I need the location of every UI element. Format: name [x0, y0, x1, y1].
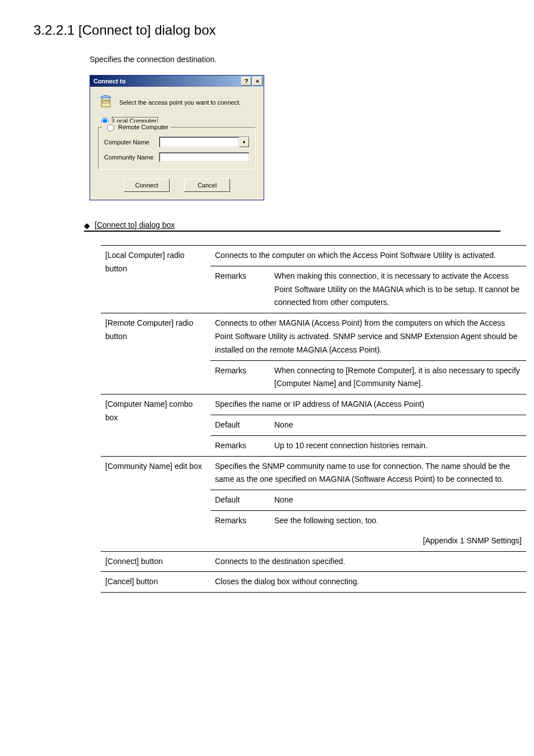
community-name-label: Community Name	[104, 154, 156, 161]
community-name-desc: Specifies the SNMP community name to use…	[210, 456, 526, 490]
remote-computer-label: Remote Computer	[118, 124, 168, 130]
dialog-titlebar: Connect to ? ×	[90, 76, 264, 87]
computer-name-name: [Computer Name] combo box	[101, 395, 210, 456]
computer-name-label: Computer Name	[104, 139, 156, 145]
remote-remarks-label: Remarks	[210, 360, 270, 395]
community-name-name: [Community Name] edit box	[101, 456, 210, 551]
connect-btn-desc: Connects to the destination specified.	[210, 551, 526, 572]
dialog-title: Connect to	[93, 78, 125, 84]
computer-name-default-val: None	[270, 415, 526, 435]
cancel-btn-desc: Closes the dialog box without connecting…	[210, 572, 526, 593]
computer-name-default-label: Default	[210, 415, 270, 435]
computer-name-row: Computer Name ▼	[104, 137, 250, 148]
local-name: [Local Computer] radio button	[101, 246, 210, 313]
remote-computer-radio[interactable]	[107, 124, 114, 132]
intro-text: Specifies the connection destination.	[90, 55, 500, 64]
local-remarks: When making this connection, it is neces…	[270, 266, 526, 313]
cancel-btn-name: [Cancel] button	[101, 572, 210, 593]
community-name-default-label: Default	[210, 490, 270, 511]
description-table: [Local Computer] radio button Connects t…	[101, 245, 526, 593]
access-point-icon	[98, 95, 114, 110]
titlebar-controls: ? ×	[241, 77, 263, 86]
computer-name-remarks: Up to 10 recent connection histories rem…	[270, 435, 526, 456]
page-heading: 3.2.2.1 [Connect to] dialog box	[34, 22, 500, 38]
community-name-xref: [Appendix 1 SNMP Settings]	[270, 531, 526, 551]
community-name-remarks-label: Remarks	[210, 510, 270, 530]
local-remarks-label: Remarks	[210, 266, 270, 313]
help-button[interactable]: ?	[241, 77, 251, 86]
prompt-row: Select the access point you want to conn…	[98, 95, 256, 110]
community-name-row: Community Name	[104, 152, 250, 162]
community-name-input[interactable]	[159, 152, 250, 162]
connect-btn-name: [Connect] button	[101, 551, 210, 572]
diamond-bullet-icon: ◆	[84, 222, 90, 229]
remote-desc: Connects to other MAGNIA (Access Point) …	[210, 313, 526, 360]
remote-remarks: When connecting to [Remote Computer], it…	[270, 360, 526, 395]
connect-to-dialog: Connect to ? × Select the access point y…	[90, 75, 264, 200]
close-button[interactable]: ×	[252, 77, 263, 86]
local-desc: Connects to the computer on which the Ac…	[210, 246, 526, 266]
dialog-body: Select the access point you want to conn…	[90, 87, 264, 200]
dialog-button-row: Connect Cancel	[98, 179, 256, 192]
connect-button[interactable]: Connect	[124, 179, 170, 192]
community-name-default-val: None	[270, 490, 526, 511]
combo-dropdown-button[interactable]: ▼	[239, 137, 249, 147]
remote-computer-group: Remote Computer Computer Name ▼ Communit…	[98, 127, 256, 170]
section-header: ◆ [Connect to] dialog box	[84, 220, 500, 232]
section-title: [Connect to] dialog box	[95, 220, 175, 229]
cancel-button[interactable]: Cancel	[184, 179, 230, 192]
computer-name-desc: Specifies the name or IP address of MAGN…	[210, 395, 526, 415]
dialog-prompt: Select the access point you want to conn…	[119, 99, 241, 106]
remote-name: [Remote Computer] radio button	[101, 313, 210, 395]
remote-computer-radio-row[interactable]: Remote Computer	[102, 123, 171, 132]
community-name-remarks: See the following section, too.	[270, 510, 526, 530]
svg-rect-1	[102, 101, 109, 103]
computer-name-remarks-label: Remarks	[210, 435, 270, 456]
computer-name-combo[interactable]: ▼	[159, 137, 250, 148]
